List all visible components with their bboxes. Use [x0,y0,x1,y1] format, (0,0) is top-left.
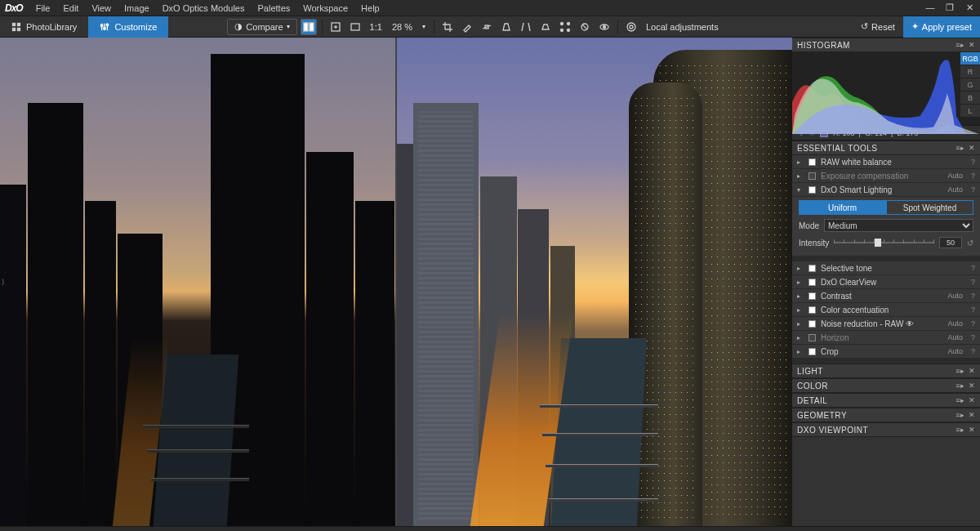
disclosure-icon[interactable]: ▸ [797,158,804,166]
before-pane[interactable] [0,38,395,526]
local-adj-label[interactable]: Local adjustments [641,22,724,32]
enable-checkbox[interactable] [808,279,816,286]
histogram-header[interactable]: HISTOGRAM ≡▸✕ [792,38,980,52]
channel-rgb[interactable]: RGB [960,52,980,65]
panel-close-icon[interactable]: ✕ [969,144,976,152]
points-icon[interactable] [557,19,573,35]
menu-edit[interactable]: Edit [56,2,85,15]
section-geometry[interactable]: GEOMETRY≡▸✕ [792,408,980,422]
channel-l[interactable]: L [960,105,980,118]
tool-crop[interactable]: ▸CropAuto? [792,345,980,359]
menu-file[interactable]: File [29,2,57,15]
zoom-ratio[interactable]: 1:1 [365,22,387,32]
help-icon[interactable]: ? [971,264,975,272]
disclosure-icon[interactable]: ▸ [797,334,804,341]
chevron-down-icon[interactable]: ▾ [417,23,430,30]
enable-checkbox[interactable] [808,348,816,355]
help-icon[interactable]: ? [971,185,975,194]
section-light[interactable]: LIGHT≡▸✕ [792,364,980,378]
channel-g[interactable]: G [960,78,980,91]
close-icon[interactable]: ✕ [964,2,975,13]
channel-b[interactable]: B [960,91,980,105]
enable-checkbox[interactable] [808,186,816,194]
disclosure-icon[interactable]: ▸ [797,348,804,355]
section-color[interactable]: COLOR≡▸✕ [792,378,980,393]
zoom-1to1-icon[interactable] [347,19,363,35]
menu-workspace[interactable]: Workspace [296,2,354,15]
disclosure-icon[interactable]: ▸ [797,172,804,180]
enable-checkbox[interactable] [808,320,816,328]
auto-label[interactable]: Auto [947,172,963,180]
crop-icon[interactable] [439,19,456,35]
panel-menu-icon[interactable]: ≡▸ [956,144,964,152]
tool-selective-tone[interactable]: ▸Selective tone? [792,261,980,275]
tool-exposure-compensation[interactable]: ▸Exposure compensationAuto? [792,169,980,183]
help-icon[interactable]: ? [971,292,975,300]
after-pane[interactable] [397,38,792,526]
image-viewer[interactable] [0,38,792,526]
section-dxo-viewpoint[interactable]: DXO VIEWPOINT≡▸✕ [792,422,980,437]
intensity-value[interactable]: 50 [939,237,962,248]
panel-menu-icon[interactable]: ≡▸ [956,426,964,434]
reset-slider-icon[interactable]: ↺ [967,239,973,248]
tool-horizon[interactable]: ▸HorizonAuto? [792,331,980,345]
reset-button[interactable]: ↺ Reset [853,16,903,38]
auto-label[interactable]: Auto [947,185,963,194]
help-icon[interactable]: ? [971,158,975,166]
zoom-percent[interactable]: 28 % [387,22,417,32]
seg-uniform[interactable]: Uniform [799,200,886,215]
fit-icon[interactable] [327,19,344,35]
tab-photolibrary[interactable]: PhotoLibrary [0,16,88,38]
enable-checkbox[interactable] [808,306,816,314]
rectangle-icon[interactable] [537,19,554,35]
panel-close-icon[interactable]: ✕ [969,396,976,404]
local-adj-icon[interactable] [623,19,639,35]
auto-label[interactable]: Auto [947,292,963,300]
minimize-icon[interactable]: — [924,2,936,13]
panel-close-icon[interactable]: ✕ [969,382,976,390]
panel-menu-icon[interactable]: ≡▸ [956,411,964,419]
auto-label[interactable]: Auto [947,347,963,355]
histogram-display[interactable]: RGB R G B L [792,52,980,126]
tool-raw-white-balance[interactable]: ▸RAW white balance? [792,155,980,169]
help-icon[interactable]: ? [971,278,975,286]
left-strip-handle[interactable]: ⟩ [0,38,7,526]
panel-menu-icon[interactable]: ≡▸ [956,41,964,49]
disclosure-icon[interactable]: ▾ [797,186,804,194]
tool-dxo-clearview[interactable]: ▸DxO ClearView? [792,275,980,289]
seg-spot[interactable]: Spot Weighted [886,200,973,215]
panel-menu-icon[interactable]: ≡▸ [956,382,964,390]
compare-button[interactable]: ◑ Compare ▾ [227,19,296,35]
mode-select[interactable]: Medium [824,219,973,232]
tool-noise-reduction-raw-[interactable]: ▸Noise reduction - RAW 👁Auto? [792,317,980,331]
enable-checkbox[interactable] [808,172,816,180]
panel-close-icon[interactable]: ✕ [969,41,976,49]
panel-close-icon[interactable]: ✕ [969,426,976,434]
enable-checkbox[interactable] [808,265,816,272]
menu-help[interactable]: Help [354,2,386,15]
perspective-icon[interactable] [498,19,514,35]
tab-customize[interactable]: Customize [88,16,168,38]
help-icon[interactable]: ? [971,172,975,180]
panel-close-icon[interactable]: ✕ [969,367,976,375]
apply-preset-button[interactable]: ✦ Apply preset [903,16,980,38]
help-icon[interactable]: ? [971,347,975,355]
eye-icon[interactable] [596,19,612,35]
help-icon[interactable]: ? [971,319,975,328]
disclosure-icon[interactable]: ▸ [797,265,804,272]
maximize-icon[interactable]: ❐ [944,2,956,13]
tool-contrast[interactable]: ▸ContrastAuto? [792,289,980,303]
enable-checkbox[interactable] [808,292,816,300]
enable-checkbox[interactable] [808,334,816,341]
eyedropper-icon[interactable] [459,19,475,35]
enable-checkbox[interactable] [808,158,816,166]
menu-palettes[interactable]: Palettes [252,2,297,15]
auto-label[interactable]: Auto [947,333,963,341]
section-detail[interactable]: DETAIL≡▸✕ [792,393,980,408]
auto-label[interactable]: Auto [947,319,963,328]
panel-close-icon[interactable]: ✕ [969,411,976,419]
menu-view[interactable]: View [85,2,118,15]
repair-icon[interactable] [577,19,593,35]
channel-r[interactable]: R [960,65,980,78]
help-icon[interactable]: ? [971,333,975,341]
